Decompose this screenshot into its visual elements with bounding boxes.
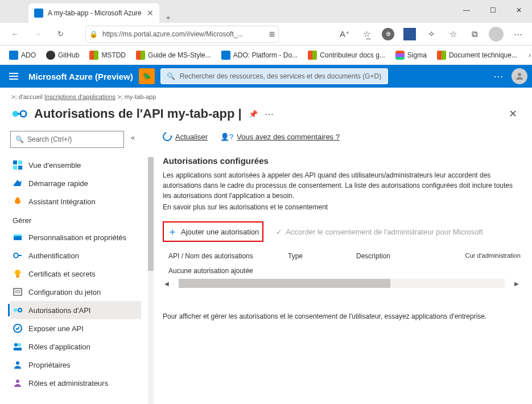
search-placeholder: Rechercher des ressources, des services …	[180, 72, 381, 80]
url-text: https://ms.portal.azure.com/#view/Micros…	[102, 30, 265, 38]
new-tab-button[interactable]: ＋	[159, 13, 176, 23]
svg-point-19	[14, 343, 18, 347]
browser-toolbar: ← → ↻ 🔒 https://ms.portal.azure.com/#vie…	[0, 23, 532, 46]
ext-circle-icon[interactable]: ⊕	[380, 26, 397, 43]
horizontal-scrollbar[interactable]: ◀ ▶	[163, 278, 521, 288]
sidebar-item-label: Rôles et administrateurs	[28, 379, 108, 387]
refresh-button[interactable]: Actualiser	[163, 132, 208, 141]
tab-title: A my-tab-app - Microsoft Azure	[48, 9, 142, 17]
sidebar-item-branding[interactable]: Personnalisation et propriétés	[10, 228, 141, 246]
sidebar-item-admins[interactable]: Rôles et administrateurs	[10, 374, 141, 392]
address-bar[interactable]: 🔒 https://ms.portal.azure.com/#view/Micr…	[85, 26, 279, 43]
blade-title: Autorisations de l'API my-tab-app |	[34, 106, 242, 121]
azure-brand[interactable]: Microsoft Azure (Preview)	[28, 72, 133, 81]
azure-favicon	[34, 9, 43, 18]
svg-rect-4	[13, 160, 17, 164]
browser-tab[interactable]: A my-tab-app - Microsoft Azure ✕	[28, 3, 159, 23]
search-icon: 🔍	[167, 72, 175, 80]
tab-close-icon[interactable]: ✕	[147, 9, 154, 18]
back-button[interactable]: ←	[6, 25, 24, 43]
reader-icon[interactable]: A⁺	[336, 26, 353, 43]
sidebar-search-input[interactable]: 🔍 Search (Ctrl+/)	[10, 131, 124, 148]
azure-search-box[interactable]: 🔍 Rechercher des ressources, des service…	[160, 68, 388, 84]
bookmark-ado[interactable]: ADO	[6, 49, 39, 61]
owners-icon	[13, 360, 23, 370]
sidebar-item-certs[interactable]: Certificats et secrets	[10, 265, 141, 283]
svg-point-22	[16, 361, 19, 365]
breadcrumb-home[interactable]: >; d'accueil	[11, 93, 43, 100]
pin-icon[interactable]: 📌	[249, 110, 258, 118]
refresh-button[interactable]: ↻	[51, 25, 69, 43]
col-type: Type	[288, 252, 333, 260]
breadcrumb-link[interactable]: Inscriptions d'applications	[44, 93, 116, 100]
blade-header: Autorisations de l'API my-tab-app | 📌 ⋯ …	[0, 102, 532, 131]
sidebar-item-api-permissions[interactable]: Autorisations d'API	[10, 301, 141, 319]
sidebar-item-expose-api[interactable]: Exposer une API	[10, 319, 141, 337]
scroll-left-icon[interactable]: ◀	[163, 281, 171, 287]
profile-avatar[interactable]	[488, 26, 505, 43]
extensions-icon[interactable]: ✧	[423, 26, 440, 43]
ext-square-icon[interactable]	[401, 26, 418, 43]
enterprise-apps-note: Pour afficher et gérer les autorisations…	[163, 312, 521, 320]
sidebar-item-token[interactable]: Configuration du jeton	[10, 283, 141, 301]
minimize-button[interactable]: —	[453, 0, 480, 20]
grant-admin-consent-button[interactable]: ✓ Accorder le consentement de l'administ…	[276, 228, 482, 236]
bug-icon[interactable]: 🪲	[139, 68, 155, 84]
bookmark-doc-tech[interactable]: Document technique...	[434, 49, 521, 61]
close-window-button[interactable]: ✕	[506, 0, 532, 20]
browser-titlebar: A my-tab-app - Microsoft Azure ✕ ＋ — ☐ ✕	[0, 0, 532, 23]
bookmark-github[interactable]: GitHub	[43, 49, 83, 61]
sidebar-item-label: Démarrage rapide	[28, 179, 88, 188]
refresh-icon	[161, 131, 174, 143]
blade-close-icon[interactable]: ✕	[509, 108, 521, 120]
add-permission-button[interactable]: ＋ Ajouter une autorisation	[163, 221, 263, 242]
account-avatar[interactable]	[512, 68, 527, 84]
svg-point-16	[14, 308, 17, 312]
key-icon	[13, 250, 23, 261]
collections-icon[interactable]: ⧉	[466, 26, 483, 43]
sidebar-item-integration[interactable]: Assistant Intégration	[10, 192, 141, 211]
bookmark-mstdd[interactable]: MSTDD	[86, 49, 129, 61]
maximize-button[interactable]: ☐	[480, 0, 506, 20]
bookmark-contributor[interactable]: Contributeur docs g...	[304, 49, 389, 61]
read-aloud-icon[interactable]: ⊞	[269, 30, 275, 38]
favorites-icon[interactable]: ☆̲	[358, 26, 375, 43]
certificate-icon	[13, 269, 23, 279]
overview-icon	[13, 160, 23, 170]
sidebar-item-label: Personnalisation et propriétés	[28, 233, 126, 242]
lock-icon: 🔒	[89, 30, 98, 38]
blade-more-icon[interactable]: ⋯	[265, 109, 274, 119]
svg-point-23	[16, 380, 19, 383]
bookmark-ado-platform[interactable]: ADO: Platform - Do...	[218, 49, 301, 61]
blade-body: 🔍 Search (Ctrl+/) « Vue d'ensemble Démar…	[0, 131, 532, 404]
sidebar-collapse-icon[interactable]: «	[131, 133, 135, 142]
sidebar-item-label: Vue d'ensemble	[28, 161, 81, 170]
bookmark-sigma[interactable]: Sigma	[392, 49, 430, 61]
header-more-icon[interactable]: ⋯	[493, 70, 505, 83]
bookmark-style-guide[interactable]: Guide de MS-Style...	[133, 49, 215, 61]
svg-rect-13	[14, 288, 22, 295]
more-menu-icon[interactable]: ⋯	[509, 26, 526, 43]
search-icon: 🔍	[15, 135, 24, 143]
sidebar-item-app-roles[interactable]: Rôles d'application	[10, 337, 141, 356]
roles-icon	[13, 341, 23, 352]
branding-icon	[13, 232, 23, 242]
plus-icon: ＋	[167, 225, 178, 238]
learn-more-link[interactable]: En savoir plus sur les autorisations et …	[163, 203, 521, 211]
scroll-right-icon[interactable]: ▶	[513, 281, 521, 287]
section-title: Autorisations configurées	[163, 156, 521, 166]
svg-point-20	[18, 343, 21, 347]
favorite-star-icon[interactable]: ☆	[444, 26, 461, 43]
sidebar-item-overview[interactable]: Vue d'ensemble	[10, 156, 141, 174]
feedback-button[interactable]: 👤? Vous avez des commentaires ?	[220, 133, 340, 141]
api-perm-icon	[13, 305, 23, 315]
sidebar-scrollbar[interactable]	[148, 157, 154, 404]
sidebar-item-auth[interactable]: Authentification	[10, 246, 141, 265]
window-controls: — ☐ ✕	[453, 0, 532, 20]
sidebar-item-label: Configuration du jeton	[28, 288, 101, 296]
bookmarks-overflow-icon[interactable]: ›	[524, 51, 532, 59]
hamburger-menu-icon[interactable]	[5, 67, 23, 85]
sidebar-item-owners[interactable]: Propriétaires	[10, 356, 141, 374]
sidebar-item-quickstart[interactable]: Démarrage rapide	[10, 174, 141, 192]
sidebar-section-manage: Gérer	[10, 211, 154, 228]
